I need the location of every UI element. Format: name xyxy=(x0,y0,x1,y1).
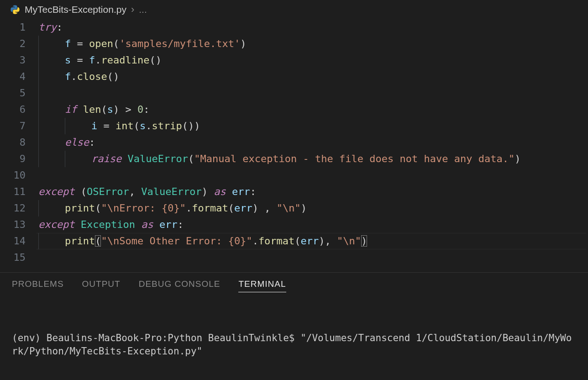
indent-guide xyxy=(38,36,39,52)
token: except xyxy=(38,186,74,197)
indent-guide xyxy=(38,69,39,85)
token: ) xyxy=(301,202,307,214)
token: s xyxy=(107,104,113,115)
token: ) xyxy=(240,38,246,49)
code-line[interactable]: s = f.readline() xyxy=(38,52,588,69)
code-line[interactable] xyxy=(38,85,588,101)
token: : xyxy=(178,219,184,230)
panel-tab-debug[interactable]: DEBUG CONSOLE xyxy=(139,279,220,292)
code-line[interactable]: try: xyxy=(38,19,588,36)
code-line[interactable]: raise ValueError("Manual exception - the… xyxy=(38,151,588,167)
token xyxy=(135,219,141,230)
code-line[interactable] xyxy=(38,249,588,266)
code-line[interactable]: f.close() xyxy=(38,69,588,85)
token: print xyxy=(65,202,95,214)
token: as xyxy=(141,219,153,230)
line-number: 6 xyxy=(0,101,26,118)
python-icon xyxy=(10,5,20,15)
token: : xyxy=(89,137,95,148)
code-line[interactable] xyxy=(38,167,588,184)
code-line[interactable]: f = open('samples/myfile.txt') xyxy=(38,36,588,52)
token: OSError xyxy=(87,186,129,197)
token: len xyxy=(83,104,101,115)
token: 'samples/myfile.txt' xyxy=(119,38,240,49)
token: ( xyxy=(188,153,194,164)
token: else xyxy=(65,137,89,148)
indent-guide xyxy=(65,118,65,134)
breadcrumb-filename[interactable]: MyTecBits-Exception.py xyxy=(25,4,126,15)
token: = xyxy=(97,120,116,132)
token: ) xyxy=(361,235,367,247)
token: s xyxy=(140,120,146,132)
token: 0 xyxy=(137,104,143,115)
token xyxy=(226,186,232,197)
token: ) xyxy=(113,104,119,115)
token: "Manual exception - the file does not ha… xyxy=(194,153,514,164)
token: : xyxy=(143,104,149,115)
token: err xyxy=(159,219,178,230)
code-line[interactable]: print("\nError: {0}".format(err) , "\n") xyxy=(38,200,588,216)
code-line[interactable]: if len(s) > 0: xyxy=(38,101,588,118)
token: > xyxy=(119,104,137,115)
indent-guide xyxy=(65,151,65,167)
token xyxy=(77,104,83,115)
panel-tab-terminal[interactable]: TERMINAL xyxy=(238,279,286,292)
code-area[interactable]: try:f = open('samples/myfile.txt')s = f.… xyxy=(38,19,588,266)
token: close xyxy=(77,71,107,82)
indent-guide xyxy=(38,233,39,249)
token: ( xyxy=(81,186,87,197)
token: Exception xyxy=(81,219,135,230)
token: ValueError xyxy=(127,153,188,164)
panel-tabs: PROBLEMSOUTPUTDEBUG CONSOLETERMINAL xyxy=(0,273,588,297)
token: . xyxy=(95,54,101,66)
token: ( xyxy=(228,202,234,214)
terminal-output[interactable]: (env) Beaulins-MacBook-Pro:Python Beauli… xyxy=(0,297,588,380)
token xyxy=(208,186,214,197)
token: = xyxy=(71,38,89,49)
token: : xyxy=(57,21,63,33)
panel-tab-output[interactable]: OUTPUT xyxy=(82,279,121,292)
line-number: 10 xyxy=(0,167,26,184)
token: f xyxy=(89,54,95,66)
token: ( xyxy=(95,235,101,247)
token: () xyxy=(149,54,162,66)
token: "\nSome Other Error: {0}" xyxy=(101,235,252,247)
line-number: 7 xyxy=(0,118,26,134)
breadcrumb[interactable]: MyTecBits-Exception.py › ... xyxy=(0,0,588,19)
token: if xyxy=(65,104,77,115)
token: "\n" xyxy=(277,202,301,214)
breadcrumb-rest[interactable]: ... xyxy=(139,4,147,15)
line-number: 11 xyxy=(0,184,26,200)
indent-guide xyxy=(38,200,39,216)
token: except xyxy=(38,219,74,230)
code-editor[interactable]: 123456789101112131415 try:f = open('samp… xyxy=(0,19,588,266)
code-line[interactable]: i = int(s.strip()) xyxy=(38,118,588,134)
token: ( xyxy=(101,104,107,115)
indent-guide xyxy=(38,151,39,167)
indent-guide xyxy=(38,134,39,151)
token: . xyxy=(186,202,192,214)
token: ) , xyxy=(252,202,277,214)
line-number-gutter: 123456789101112131415 xyxy=(0,19,38,266)
line-number: 1 xyxy=(0,19,26,36)
indent-guide xyxy=(38,101,39,118)
token: = xyxy=(71,54,89,66)
token: err xyxy=(232,186,250,197)
token: try xyxy=(38,21,57,33)
code-line[interactable]: except Exception as err: xyxy=(38,216,588,233)
token: strip xyxy=(152,120,182,132)
code-line[interactable]: print("\nSome Other Error: {0}".format(e… xyxy=(38,233,588,249)
line-number: 2 xyxy=(0,36,26,52)
code-line[interactable]: except (OSError, ValueError) as err: xyxy=(38,184,588,200)
token: print xyxy=(65,235,95,247)
line-number: 3 xyxy=(0,52,26,69)
token: ) xyxy=(514,153,520,164)
indent-guide xyxy=(38,85,39,101)
token xyxy=(74,219,80,230)
terminal-prompt-line: (env) Beaulins-MacBook-Pro:Python Beauli… xyxy=(12,332,576,358)
token: ( xyxy=(113,38,119,49)
code-line[interactable]: else: xyxy=(38,134,588,151)
line-number: 15 xyxy=(0,249,26,266)
chevron-right-icon: › xyxy=(131,4,134,16)
panel-tab-problems[interactable]: PROBLEMS xyxy=(12,279,64,292)
